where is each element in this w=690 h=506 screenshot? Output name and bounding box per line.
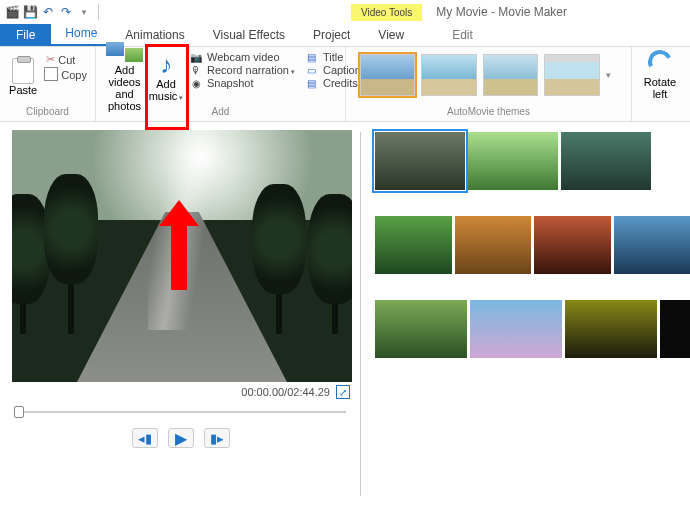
playback-time: 00:00.00/02:44.29 xyxy=(241,386,330,398)
clip-2[interactable] xyxy=(468,132,558,190)
seek-slider[interactable] xyxy=(12,404,350,420)
clip-3[interactable] xyxy=(561,132,651,190)
prev-frame-button[interactable]: ◂▮ xyxy=(132,428,158,448)
separator xyxy=(98,4,99,20)
next-frame-button[interactable]: ▮▸ xyxy=(204,428,230,448)
webcam-label: Webcam video xyxy=(207,51,280,63)
cut-icon: ✂ xyxy=(46,53,55,66)
credits-icon: ▤ xyxy=(305,77,319,89)
automovie-theme-4[interactable] xyxy=(544,54,599,96)
clip-6[interactable] xyxy=(534,216,611,274)
tab-edit[interactable]: Edit xyxy=(438,24,487,46)
title-icon: ▤ xyxy=(305,51,319,63)
app-icon: 🎬 xyxy=(4,4,20,20)
automovie-theme-2[interactable] xyxy=(421,54,476,96)
snapshot-button[interactable]: ◉Snapshot xyxy=(187,77,297,89)
clip-10[interactable] xyxy=(565,300,657,358)
clip-5[interactable] xyxy=(455,216,532,274)
cut-label: Cut xyxy=(58,54,75,66)
clip-11[interactable] xyxy=(660,300,690,358)
group-clipboard-label: Clipboard xyxy=(6,106,89,118)
tab-home[interactable]: Home xyxy=(51,22,111,46)
paste-label: Paste xyxy=(9,84,37,96)
snapshot-icon: ◉ xyxy=(189,77,203,89)
rotate-left-label: Rotate left xyxy=(638,76,682,100)
add-videos-label: Add videos and photos xyxy=(106,64,143,112)
mic-icon: 🎙 xyxy=(189,64,203,76)
group-automovie-label: AutoMovie themes xyxy=(352,106,625,118)
tab-file[interactable]: File xyxy=(0,24,51,46)
paste-icon xyxy=(12,58,34,84)
save-icon[interactable]: 💾 xyxy=(22,4,38,20)
copy-label: Copy xyxy=(61,69,87,81)
copy-icon xyxy=(46,69,58,81)
tab-view[interactable]: View xyxy=(364,24,418,46)
redo-icon[interactable]: ↷ xyxy=(58,4,74,20)
music-note-icon: ♪ xyxy=(160,52,172,78)
automovie-theme-1[interactable] xyxy=(360,54,415,96)
undo-icon[interactable]: ↶ xyxy=(40,4,56,20)
tab-project[interactable]: Project xyxy=(299,24,364,46)
record-label: Record narration xyxy=(207,64,295,76)
add-music-label: Add music xyxy=(149,78,184,102)
snapshot-label: Snapshot xyxy=(207,77,253,89)
clip-4[interactable] xyxy=(375,216,452,274)
tab-visual-effects[interactable]: Visual Effects xyxy=(199,24,299,46)
webcam-video-button[interactable]: 📷Webcam video xyxy=(187,51,297,63)
qat-dropdown-icon[interactable]: ▼ xyxy=(76,4,92,20)
rotate-left-icon xyxy=(645,47,676,78)
clip-9[interactable] xyxy=(470,300,562,358)
theme-more-button[interactable]: ▾ xyxy=(606,54,617,96)
video-tools-tab[interactable]: Video Tools xyxy=(351,4,422,21)
title-label: Title xyxy=(323,51,343,63)
add-videos-button[interactable]: Add videos and photos xyxy=(102,50,147,104)
add-videos-icon xyxy=(106,42,143,62)
add-music-button[interactable]: ♪ Add music xyxy=(147,50,185,104)
seek-knob[interactable] xyxy=(14,406,24,418)
group-add-label: Add xyxy=(102,106,339,118)
paste-button[interactable]: Paste xyxy=(6,50,40,104)
storyboard[interactable] xyxy=(361,122,690,506)
record-narration-button[interactable]: 🎙Record narration xyxy=(187,64,297,76)
caption-icon: ▭ xyxy=(305,64,319,76)
play-button[interactable]: ▶ xyxy=(168,428,194,448)
video-preview[interactable] xyxy=(12,130,352,382)
clip-1[interactable] xyxy=(375,132,465,190)
window-title: My Movie - Movie Maker xyxy=(424,5,567,19)
webcam-icon: 📷 xyxy=(189,51,203,63)
cut-button[interactable]: ✂Cut xyxy=(44,52,89,67)
copy-button[interactable]: Copy xyxy=(44,68,89,82)
clip-7[interactable] xyxy=(614,216,691,274)
rotate-left-button[interactable]: Rotate left xyxy=(638,50,682,100)
clip-8[interactable] xyxy=(375,300,467,358)
fullscreen-button[interactable]: ⤢ xyxy=(336,385,350,399)
automovie-theme-3[interactable] xyxy=(483,54,538,96)
